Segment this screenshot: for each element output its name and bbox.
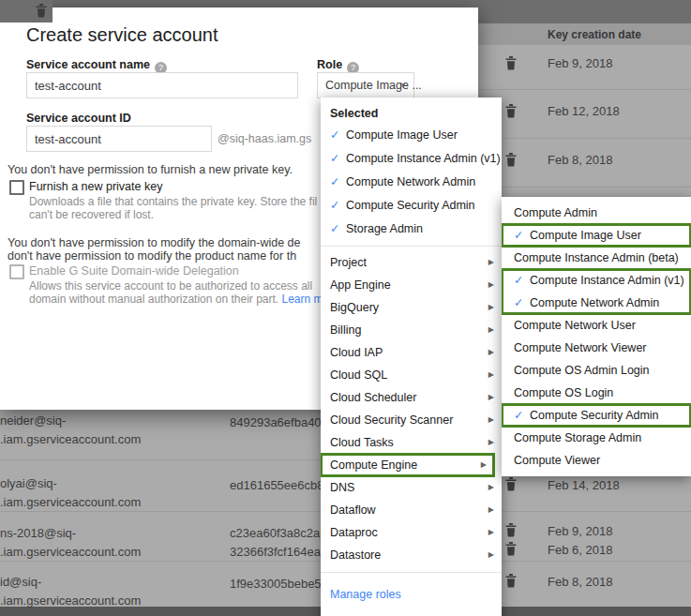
role-category-item[interactable]: Billing▶ [321, 319, 502, 341]
role-category-item[interactable]: BigQuery▶ [321, 296, 502, 319]
furnish-key-help-2: can't be recovered if lost. [29, 208, 154, 221]
menu-item-label: Compute Viewer [514, 454, 600, 467]
role-category-item[interactable]: Dataproc▶ [321, 521, 502, 544]
selected-role-item[interactable]: ✓Storage Admin [321, 218, 502, 241]
key-id: 1f9e33005bebe58 [230, 577, 328, 591]
submenu-item[interactable]: Compute Admin [502, 202, 691, 224]
learn-more-link[interactable]: Learn m [282, 293, 323, 306]
furnish-key-checkbox[interactable] [9, 180, 24, 195]
selected-role-item[interactable]: ✓Compute Image User [321, 124, 502, 147]
menu-item-label: Compute OS Admin Login [514, 364, 650, 377]
selected-role-item[interactable]: ✓Compute Security Admin [321, 194, 502, 218]
chevron-right-icon: ▶ [488, 386, 494, 409]
trash-icon [503, 573, 518, 588]
submenu-item[interactable]: Compute Network Viewer [502, 337, 691, 359]
role-category-item[interactable]: Datastore▶ [321, 544, 502, 566]
service-account-id-input[interactable] [26, 126, 212, 152]
menu-item-label: Compute Storage Admin [514, 431, 641, 444]
key-creation-date: Feb 9, 2018 [548, 524, 612, 538]
key-id: 32366f3fcf164ea [230, 545, 321, 559]
service-account-email: olyai@siq- [0, 476, 57, 490]
chevron-right-icon: ▶ [488, 274, 494, 296]
key-creation-date: Feb 14, 2018 [548, 478, 620, 492]
menu-item-label: Compute Network Viewer [514, 341, 647, 354]
role-category-item[interactable]: Cloud Security Scanner▶ [321, 409, 502, 431]
role-category-item[interactable]: App Engine▶ [321, 274, 502, 296]
submenu-item[interactable]: ✓Compute Image User [502, 224, 691, 247]
menu-item-label: Cloud IAP [330, 346, 383, 359]
trash-icon [503, 103, 518, 118]
service-account-name-input[interactable] [26, 72, 298, 98]
submenu-item[interactable]: Compute Instance Admin (beta) [502, 247, 691, 269]
chevron-right-icon: ▶ [488, 319, 494, 341]
trash-icon [503, 522, 518, 537]
service-account-email: neider@siq- [0, 413, 66, 428]
menu-item-label: Compute OS Login [514, 386, 613, 399]
submenu-item[interactable]: Compute Viewer [502, 449, 691, 472]
highlight-box: ✓Compute Security Admin [502, 404, 691, 427]
chevron-right-icon: ▶ [488, 499, 494, 521]
chevron-right-icon: ▶ [481, 454, 487, 476]
selected-roles-list: ✓Compute Image User✓Compute Instance Adm… [321, 124, 502, 241]
check-icon: ✓ [514, 269, 530, 292]
role-category-item[interactable]: Dataflow▶ [321, 499, 502, 521]
check-icon: ✓ [330, 218, 346, 241]
submenu-items-list: Compute Admin✓Compute Image UserCompute … [502, 202, 691, 472]
caret-down-icon: ▼ [399, 82, 407, 90]
submenu-item[interactable]: Compute Network User [502, 314, 691, 337]
highlight-box: ✓Compute Image User [502, 224, 691, 247]
role-category-item[interactable]: Cloud IAP▶ [321, 341, 502, 364]
submenu-item[interactable]: ✓Compute Instance Admin (v1) [502, 269, 691, 292]
role-select-value: Compute Image ... [325, 73, 422, 98]
submenu-item[interactable]: Compute OS Admin Login [502, 359, 691, 382]
screen: Key creation date Feb 9, 2018 Feb 12, 20… [0, 0, 691, 616]
submenu-item[interactable]: Compute Storage Admin [502, 427, 691, 449]
submenu-item[interactable]: ✓Compute Security Admin [502, 404, 691, 427]
menu-item-label: Compute Admin [514, 206, 597, 219]
gsuite-help-1: Allows this service account to be author… [29, 279, 312, 293]
role-category-item[interactable]: DNS▶ [321, 476, 502, 499]
chevron-right-icon: ▶ [488, 251, 494, 274]
service-account-email: .iam.gserviceaccount.com [0, 593, 141, 608]
key-creation-date: Feb 8, 2018 [548, 153, 612, 167]
menu-item-label: Compute Image User [530, 229, 641, 242]
chevron-right-icon: ▶ [488, 476, 494, 499]
submenu-item[interactable]: ✓Compute Network Admin [502, 292, 691, 314]
key-creation-date: Feb 6, 2018 [548, 543, 612, 557]
key-id: ed161655ee6cb8 [230, 478, 324, 492]
trash-icon [34, 3, 49, 18]
menu-item-label: Cloud Security Scanner [330, 413, 453, 427]
key-id: 849293a6efba404 [230, 415, 328, 429]
check-icon: ✓ [330, 171, 346, 194]
trash-icon [503, 541, 518, 556]
check-icon: ✓ [514, 292, 530, 314]
selected-role-item[interactable]: ✓Compute Network Admin [321, 171, 502, 194]
role-category-item[interactable]: Cloud Scheduler▶ [321, 386, 502, 409]
column-header-key-creation-date: Key creation date [548, 28, 641, 41]
selected-role-item[interactable]: ✓Compute Instance Admin (v1) [321, 147, 502, 171]
trash-icon [503, 476, 518, 491]
menu-item-label: Compute Instance Admin (v1) [346, 152, 501, 165]
role-category-item[interactable]: Cloud Tasks▶ [321, 431, 502, 454]
service-account-email: ns-2018@siq- [0, 526, 76, 540]
role-category-item[interactable]: Project▶ [321, 251, 502, 274]
chevron-right-icon: ▶ [488, 364, 494, 386]
menu-item-label: Storage Admin [346, 222, 423, 235]
trash-icon [503, 152, 518, 167]
menu-item-label: Dataflow [330, 503, 376, 517]
manage-roles-link[interactable]: Manage roles [321, 578, 502, 610]
role-dropdown-menu: Selected ✓Compute Image User✓Compute Ins… [321, 98, 502, 616]
chevron-right-icon: ▶ [488, 431, 494, 454]
check-icon: ✓ [514, 404, 530, 427]
service-account-email: .iam.gserviceaccount.com [0, 545, 141, 559]
gsuite-help-2: domain without manual authorization on t… [29, 293, 323, 306]
role-category-item[interactable]: Cloud SQL▶ [321, 364, 502, 386]
role-category-item[interactable]: Compute Engine▶ [321, 454, 494, 476]
submenu-item[interactable]: Compute OS Login [502, 382, 691, 404]
domain-permission-notice-2: don't have permission to modify the prod… [8, 249, 296, 263]
gsuite-delegation-label: Enable G Suite Domain-wide Delegation [29, 264, 239, 278]
toolbar-fragment [0, 0, 53, 23]
menu-item-label: BigQuery [330, 301, 379, 314]
key-creation-date: Feb 12, 2018 [548, 104, 620, 118]
role-select[interactable]: Compute Image ... ▼ [317, 72, 414, 98]
